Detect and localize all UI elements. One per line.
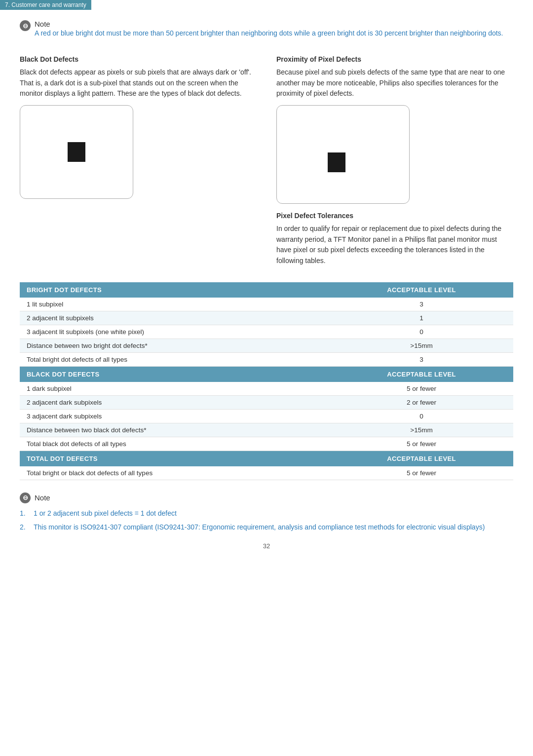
row-label: Distance between two black dot defects* (20, 423, 330, 437)
page-header: 7. Customer care and warranty (0, 0, 91, 10)
page-header-label: 7. Customer care and warranty (5, 1, 86, 8)
row-label: Total bright dot defects of all types (20, 352, 330, 366)
row-label: 3 adjacent dark subpixels (20, 409, 330, 423)
table-row: 1 dark subpixel 5 or fewer (20, 382, 513, 396)
top-note-block: ⊖ Note A red or blue bright dot must be … (20, 20, 513, 38)
row-value: 5 or fewer (330, 437, 513, 451)
defects-table: BRIGHT DOT DEFECTS ACCEPTABLE LEVEL 1 li… (20, 282, 513, 480)
table-row: Distance between two black dot defects* … (20, 423, 513, 437)
section-header-left: TOTAL DOT DEFECTS (20, 451, 330, 466)
right-column: Proximity of Pixel Defects Because pixel… (276, 47, 513, 272)
row-label: 2 adjacent lit subpixels (20, 311, 330, 325)
row-label: 1 lit subpixel (20, 298, 330, 311)
row-label: 3 adjacent lit subpixels (one white pixe… (20, 325, 330, 339)
proximity-body: Because pixel and sub pixels defects of … (276, 67, 513, 99)
black-dot-title: Black Dot Defects (20, 55, 257, 63)
row-label: Total bright or black dot defects of all… (20, 466, 330, 480)
section-header-right: ACCEPTABLE LEVEL (330, 282, 513, 298)
proximity-diagram-container (276, 105, 513, 204)
left-column: Black Dot Defects Black dot defects appe… (20, 47, 257, 272)
two-column-layout: Black Dot Defects Black dot defects appe… (20, 47, 513, 272)
black-dot-diagram-left (20, 105, 133, 199)
section-header-left: BRIGHT DOT DEFECTS (20, 282, 330, 298)
row-value: 0 (330, 325, 513, 339)
section-header-left: BLACK DOT DEFECTS (20, 366, 330, 382)
row-value: 0 (330, 409, 513, 423)
note-icon: ⊖ (20, 20, 31, 31)
black-dot-body: Black dot defects appear as pixels or su… (20, 67, 257, 99)
black-square-right (328, 152, 345, 172)
page-number: 32 (20, 542, 513, 558)
section-header-right: ACCEPTABLE LEVEL (330, 366, 513, 382)
table-section-header: TOTAL DOT DEFECTS ACCEPTABLE LEVEL (20, 451, 513, 466)
bottom-note-icon: ⊖ (20, 492, 31, 503)
bottom-note-header: ⊖ Note (20, 492, 513, 503)
row-label: Distance between two bright dot defects* (20, 339, 330, 352)
bottom-note-label: Note (35, 493, 50, 502)
table-row: 1 lit subpixel 3 (20, 298, 513, 311)
table-row: Total bright or black dot defects of all… (20, 466, 513, 480)
row-value: >15mm (330, 423, 513, 437)
row-value: 5 or fewer (330, 382, 513, 396)
note-list-item: 1.1 or 2 adjacent sub pixel defects = 1 … (20, 508, 513, 519)
note-list-num: 1. (20, 508, 30, 519)
table-row: Total black dot defects of all types 5 o… (20, 437, 513, 451)
tolerances-body: In order to qualify for repair or replac… (276, 224, 513, 266)
tolerances-title: Pixel Defect Tolerances (276, 212, 513, 220)
row-value: 5 or fewer (330, 466, 513, 480)
note-label: Note (35, 20, 503, 28)
table-row: Total bright dot defects of all types 3 (20, 352, 513, 366)
row-value: 2 or fewer (330, 395, 513, 409)
section-header-right: ACCEPTABLE LEVEL (330, 451, 513, 466)
table-section-header: BRIGHT DOT DEFECTS ACCEPTABLE LEVEL (20, 282, 513, 298)
note-list-num: 2. (20, 522, 30, 533)
row-value: >15mm (330, 339, 513, 352)
bottom-note: ⊖ Note 1.1 or 2 adjacent sub pixel defec… (20, 492, 513, 532)
note-list: 1.1 or 2 adjacent sub pixel defects = 1 … (20, 508, 513, 532)
note-text: A red or blue bright dot must be more th… (35, 28, 503, 38)
table-section-header: BLACK DOT DEFECTS ACCEPTABLE LEVEL (20, 366, 513, 382)
table-row: 3 adjacent lit subpixels (one white pixe… (20, 325, 513, 339)
table-row: 2 adjacent dark subpixels 2 or fewer (20, 395, 513, 409)
row-label: 2 adjacent dark subpixels (20, 395, 330, 409)
proximity-diagram (276, 105, 410, 204)
black-square-left (68, 142, 85, 162)
row-value: 1 (330, 311, 513, 325)
row-value: 3 (330, 298, 513, 311)
row-label: 1 dark subpixel (20, 382, 330, 396)
table-row: 2 adjacent lit subpixels 1 (20, 311, 513, 325)
table-row: Distance between two bright dot defects*… (20, 339, 513, 352)
row-value: 3 (330, 352, 513, 366)
note-list-text: This monitor is ISO9241-307 compliant (I… (34, 522, 485, 533)
note-list-item: 2.This monitor is ISO9241-307 compliant … (20, 522, 513, 533)
row-label: Total black dot defects of all types (20, 437, 330, 451)
table-row: 3 adjacent dark subpixels 0 (20, 409, 513, 423)
note-list-text: 1 or 2 adjacent sub pixel defects = 1 do… (34, 508, 177, 519)
proximity-title: Proximity of Pixel Defects (276, 55, 513, 63)
